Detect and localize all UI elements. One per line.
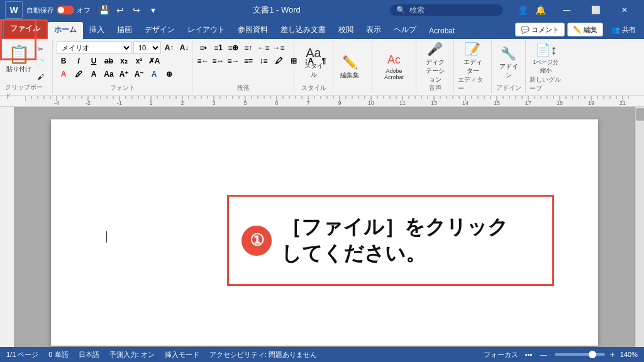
close-button[interactable]: ✕	[610, 0, 639, 20]
tab-draw[interactable]: 描画	[111, 22, 138, 39]
minimize-button[interactable]: —	[552, 0, 581, 20]
tab-home[interactable]: ホーム	[48, 22, 83, 39]
redo-button[interactable]: ↪	[130, 3, 143, 17]
text-effect-button[interactable]: A	[147, 68, 161, 80]
superscript-button[interactable]: x²	[132, 55, 146, 67]
editor-group: 📝 エディター エディター	[455, 40, 492, 94]
tab-file[interactable]: ファイル	[3, 19, 48, 39]
document-page[interactable]: ① ［ファイル］をクリック してください。	[51, 119, 598, 346]
svg-text:18: 18	[557, 100, 563, 106]
zoom-level: 140%	[620, 351, 638, 358]
font-size-select[interactable]: 10.5	[133, 41, 161, 54]
tab-insert[interactable]: 挿入	[83, 22, 111, 39]
zoom-slider-thumb[interactable]	[589, 351, 596, 358]
search-input[interactable]	[409, 6, 491, 14]
bullets-button[interactable]: ≡•	[196, 41, 210, 54]
tab-design[interactable]: デザイン	[138, 22, 181, 39]
document-area: ① ［ファイル］をクリック してください。	[0, 107, 644, 347]
editor-button[interactable]: 📝 エディター	[458, 41, 487, 75]
align-left-button[interactable]: ≡←	[196, 55, 210, 67]
multilevel-button[interactable]: ≡↑	[242, 41, 255, 54]
tab-mailings[interactable]: 差し込み文書	[274, 22, 332, 39]
font-grow-button[interactable]: A↑	[162, 41, 176, 54]
increase-indent-button[interactable]: →≡	[272, 41, 286, 54]
svg-text:5: 5	[243, 100, 247, 106]
strikethrough-button[interactable]: ab	[102, 55, 116, 67]
align-right-button[interactable]: ≡→	[226, 55, 240, 67]
bold-button[interactable]: B	[57, 55, 70, 67]
cut-button[interactable]: ✂	[34, 43, 47, 55]
svg-text:11: 11	[399, 100, 406, 106]
scrollbar-thumb[interactable]	[636, 108, 644, 121]
profile-button[interactable]: 👤	[516, 3, 530, 17]
paste-button[interactable]: 📋 貼り付け	[5, 41, 33, 75]
search-box[interactable]: 🔍	[390, 4, 503, 16]
tab-layout[interactable]: レイアウト	[181, 22, 231, 39]
zoom-plus[interactable]: +	[610, 349, 615, 359]
maximize-button[interactable]: ⬜	[581, 0, 610, 20]
font-color-button[interactable]: A	[57, 68, 70, 80]
font-style-button[interactable]: A⁻	[132, 68, 146, 80]
svg-text:21: 21	[619, 100, 626, 106]
svg-text:9: 9	[338, 100, 341, 106]
change-case-button[interactable]: Aa	[102, 68, 116, 80]
page-shrink-button[interactable]: 📄↕ 1ページ分縮小	[530, 41, 562, 75]
font-shrink-button[interactable]: A↓	[177, 41, 191, 54]
font-name-select[interactable]: メイリオ	[57, 41, 132, 54]
edit-button[interactable]: ✏️ 編集	[567, 23, 603, 36]
numbering-button[interactable]: ≡1	[211, 41, 225, 54]
tab-help[interactable]: ヘルプ	[387, 22, 423, 39]
italic-button[interactable]: I	[72, 55, 86, 67]
document-title: 文書1 - Word	[253, 4, 301, 16]
align-center-button[interactable]: ≡↔	[211, 55, 225, 67]
autosave-state: オフ	[77, 6, 91, 15]
voice-label: 音声	[429, 84, 441, 92]
word-logo: W	[5, 1, 23, 19]
notifications-button[interactable]: 🔔	[533, 3, 547, 17]
vertical-scrollbar[interactable]	[635, 107, 644, 347]
comment-button[interactable]: 💬 コメント	[515, 23, 565, 36]
tab-review[interactable]: 校閲	[332, 22, 360, 39]
decrease-indent-button[interactable]: ←≡	[257, 41, 270, 54]
paragraph-label: 段落	[237, 84, 250, 92]
autosave-area: 自動保存 オフ	[26, 6, 91, 15]
zoom-slider[interactable]	[555, 353, 605, 356]
addins-label: アドイン	[496, 84, 521, 92]
save-button[interactable]: 💾	[97, 3, 111, 17]
autosave-toggle[interactable]	[57, 6, 74, 14]
page-shrink-icon: 📄↕	[535, 42, 557, 57]
editing-button[interactable]: ✏️ 編集集	[337, 50, 362, 84]
vertical-ruler	[0, 107, 14, 347]
status-bar: 1/1 ページ 0 単語 日本語 予測入力: オン 挿入モード アクセシビリティ…	[0, 347, 644, 362]
underline-button[interactable]: U	[87, 55, 101, 67]
highlight-button[interactable]: 🖊	[72, 68, 86, 80]
new-group-label: 新しいグループ	[530, 75, 562, 93]
line-spacing-button[interactable]: ↕≡	[257, 55, 270, 67]
subscript-button[interactable]: x₂	[117, 55, 131, 67]
addin-button[interactable]: 🔧 アドイン	[496, 46, 521, 80]
share-button[interactable]: 👥 共有	[606, 23, 641, 36]
tab-view[interactable]: 表示	[360, 22, 387, 39]
svg-text:7: 7	[306, 100, 309, 106]
font-group: メイリオ 10.5 A↑ A↓ B I U ab x₂ x² ✗A A 🖊 A …	[54, 40, 192, 94]
justify-button[interactable]: ≡=	[242, 55, 255, 67]
more-quick-access-button[interactable]: ▾	[146, 3, 160, 17]
tab-acrobat[interactable]: Acrobat	[423, 24, 461, 39]
dictation-button[interactable]: 🎤 ディクテーション	[420, 46, 450, 80]
font-color2-button[interactable]: A	[87, 68, 101, 80]
shading-button[interactable]: 🖍	[272, 55, 286, 67]
copy-button[interactable]: 📄	[34, 57, 47, 69]
editing-icon: ✏️	[342, 55, 358, 70]
tab-references[interactable]: 参照資料	[231, 22, 274, 39]
adobe-button[interactable]: Ac Adobe Acrobat	[376, 50, 412, 84]
font-aa-button[interactable]: A⁺	[117, 68, 131, 80]
styles-button[interactable]: Aa スタイル	[298, 46, 329, 80]
focus-button[interactable]: フォーカス	[482, 350, 520, 359]
scroll-area[interactable]: ① ［ファイル］をクリック してください。	[14, 107, 635, 347]
edit-icon: ✏️	[573, 26, 582, 34]
special-char-button[interactable]: ⊕	[162, 68, 176, 80]
clear-format-button[interactable]: ✗A	[147, 55, 161, 67]
outline-button[interactable]: ≡⊕	[226, 41, 240, 54]
undo-button[interactable]: ↩	[113, 3, 127, 17]
format-painter-button[interactable]: 🖌	[34, 70, 47, 83]
